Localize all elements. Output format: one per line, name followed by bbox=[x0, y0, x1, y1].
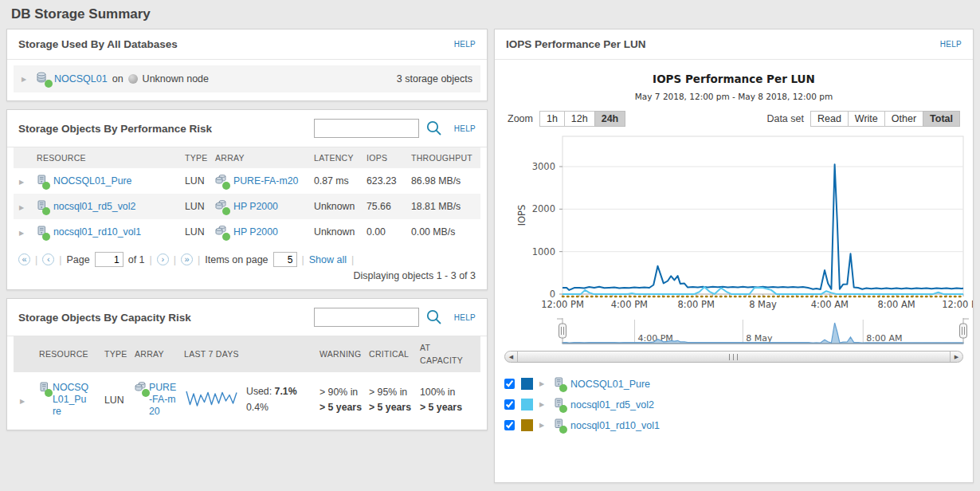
chart-legend: ▶ NOCSQL01_Pure ▶ bbox=[504, 377, 973, 432]
expand-arrow-icon[interactable]: ▶ bbox=[20, 398, 25, 405]
prev-page-button[interactable]: ‹ bbox=[42, 253, 54, 265]
legend-checkbox[interactable] bbox=[504, 399, 515, 410]
scroll-left-arrow[interactable]: ◀ bbox=[505, 352, 518, 362]
table-row[interactable]: ▶ NOCSQL01_Pure L bbox=[14, 168, 480, 194]
dataset-write-button[interactable]: Write bbox=[848, 111, 885, 127]
expand-arrow-icon[interactable]: ▶ bbox=[539, 380, 547, 387]
database-row[interactable]: ▶ NOCSQL01 on Unknown node 3 storage obj… bbox=[14, 65, 480, 92]
col-warning[interactable]: WARNING bbox=[316, 346, 366, 362]
series-color-swatch bbox=[521, 419, 533, 431]
chart-range-navigator[interactable]: 4:00 PM8 May8:00 AM bbox=[501, 318, 973, 350]
storage-used-help-link[interactable]: HELP bbox=[454, 40, 476, 49]
legend-checkbox[interactable] bbox=[504, 420, 515, 430]
zoom-24h-button[interactable]: 24h bbox=[594, 111, 626, 127]
status-up-dot bbox=[45, 389, 53, 397]
zoom-12h-button[interactable]: 12h bbox=[564, 111, 595, 127]
performance-table-header-row: RESOURCE TYPE ARRAY LATENCY IOPS THROUGH… bbox=[14, 147, 480, 168]
array-link[interactable]: PURE-FA-m20 bbox=[149, 382, 178, 418]
items-on-page-label: Items on page bbox=[205, 254, 268, 265]
legend-checkbox[interactable] bbox=[504, 379, 515, 389]
dataset-other-button[interactable]: Other bbox=[884, 111, 923, 127]
lun-icon bbox=[554, 418, 564, 432]
expand-arrow-icon[interactable]: ▶ bbox=[19, 204, 24, 211]
col-at-capacity[interactable]: AT CAPACITY bbox=[417, 340, 466, 369]
dataset-total-button[interactable]: Total bbox=[923, 111, 960, 127]
legend-item: ▶ NOCSQL01_Pure bbox=[504, 377, 973, 391]
database-link[interactable]: NOCSQL01 bbox=[54, 73, 108, 84]
used-cell: Used: 7.1% 0.4% bbox=[243, 383, 316, 417]
legend-series-link[interactable]: nocsql01_rd10_vol1 bbox=[570, 420, 660, 431]
dataset-button-group: Read Write Other Total bbox=[810, 111, 960, 127]
array-link[interactable]: PURE-FA-m20 bbox=[233, 175, 298, 187]
items-per-page-input[interactable] bbox=[273, 252, 297, 267]
resource-link[interactable]: nocsql01_rd10_vol1 bbox=[53, 226, 141, 238]
next-page-button[interactable]: › bbox=[157, 253, 169, 265]
array-icon bbox=[215, 200, 227, 214]
lun-icon bbox=[37, 175, 47, 188]
zoom-label: Zoom bbox=[508, 113, 533, 124]
legend-item: ▶ nocsql01_rd5_vol2 bbox=[504, 398, 973, 411]
svg-text:4:00 AM: 4:00 AM bbox=[811, 299, 849, 310]
table-row[interactable]: ▶ nocsql01_rd5_vol2 bbox=[14, 194, 480, 219]
col-type[interactable]: TYPE bbox=[101, 348, 131, 360]
panel-performance-risk: Storage Objects By Performance Risk HELP… bbox=[6, 109, 488, 290]
dataset-label: Data set bbox=[766, 113, 804, 124]
expand-arrow-icon[interactable]: ▶ bbox=[19, 230, 24, 237]
layout: Storage Used By All Databases HELP ▶ NOC… bbox=[0, 29, 980, 483]
array-link[interactable]: HP P2000 bbox=[233, 226, 278, 238]
performance-search-input[interactable] bbox=[314, 119, 419, 138]
capacity-help-link[interactable]: HELP bbox=[454, 313, 476, 322]
resource-link[interactable]: NOCSQL01_Pure bbox=[53, 175, 131, 187]
warning-cell: > 90% in > 5 years bbox=[316, 383, 366, 417]
status-up-dot bbox=[222, 182, 230, 190]
expand-arrow-icon[interactable]: ▶ bbox=[539, 422, 547, 429]
page-number-input[interactable] bbox=[95, 252, 123, 267]
scrollbar-grip[interactable] bbox=[729, 354, 739, 360]
col-iops[interactable]: IOPS bbox=[364, 151, 409, 164]
chart-title: IOPS Performance Per LUN bbox=[495, 73, 973, 85]
array-icon bbox=[215, 175, 227, 188]
table-row[interactable]: ▶ NOCSQL01_Pure L bbox=[14, 372, 480, 430]
resource-link[interactable]: NOCSQL01_Pure bbox=[53, 382, 89, 418]
legend-series-link[interactable]: nocsql01_rd5_vol2 bbox=[570, 399, 654, 410]
expand-arrow-icon[interactable]: ▶ bbox=[539, 401, 547, 408]
page-title: DB Storage Summary bbox=[0, 0, 980, 29]
latency-cell: 0.87 ms bbox=[312, 174, 364, 188]
of-label: of 1 bbox=[128, 254, 145, 265]
performance-risk-title: Storage Objects By Performance Risk bbox=[18, 123, 212, 135]
search-icon[interactable] bbox=[425, 120, 443, 137]
col-throughput[interactable]: THROUGHPUT bbox=[409, 151, 477, 164]
type-cell: LUN bbox=[101, 393, 131, 407]
expand-arrow-icon[interactable]: ▶ bbox=[19, 179, 24, 186]
zoom-1h-button[interactable]: 1h bbox=[539, 111, 565, 127]
iops-help-link[interactable]: HELP bbox=[940, 40, 962, 49]
status-up-dot bbox=[42, 233, 50, 241]
col-resource[interactable]: RESOURCE bbox=[34, 151, 182, 164]
col-resource[interactable]: RESOURCE bbox=[36, 348, 101, 360]
scroll-right-arrow[interactable]: ▶ bbox=[950, 352, 962, 362]
col-type[interactable]: TYPE bbox=[182, 151, 213, 164]
expand-arrow-icon[interactable]: ▶ bbox=[22, 76, 31, 83]
capacity-risk-title: Storage Objects By Capacity Risk bbox=[18, 312, 191, 324]
show-all-link[interactable]: Show all bbox=[309, 254, 347, 265]
legend-series-link[interactable]: NOCSQL01_Pure bbox=[570, 379, 650, 390]
resource-link[interactable]: nocsql01_rd5_vol2 bbox=[53, 201, 135, 212]
lun-icon bbox=[39, 382, 49, 395]
last-page-button[interactable]: » bbox=[181, 253, 193, 265]
chart-controls: Zoom 1h 12h 24h Data set Read Write Othe… bbox=[508, 111, 960, 127]
scrollbar-track[interactable] bbox=[518, 354, 950, 360]
col-last-7-days[interactable]: LAST 7 DAYS bbox=[181, 348, 316, 360]
search-icon[interactable] bbox=[425, 308, 443, 326]
performance-help-link[interactable]: HELP bbox=[454, 124, 476, 133]
capacity-search-input[interactable] bbox=[314, 308, 419, 327]
col-array[interactable]: ARRAY bbox=[213, 151, 312, 164]
col-array[interactable]: ARRAY bbox=[131, 348, 181, 360]
dataset-read-button[interactable]: Read bbox=[810, 111, 849, 127]
capacity-risk-header: Storage Objects By Capacity Risk HELP bbox=[7, 299, 487, 336]
array-link[interactable]: HP P2000 bbox=[233, 201, 278, 212]
table-row[interactable]: ▶ nocsql01_rd10_vol1 bbox=[14, 219, 480, 245]
chart-scrollbar[interactable]: ◀ ▶ bbox=[504, 351, 963, 363]
first-page-button[interactable]: « bbox=[18, 253, 30, 265]
col-critical[interactable]: CRITICAL bbox=[366, 346, 417, 362]
col-latency[interactable]: LATENCY bbox=[312, 151, 364, 164]
